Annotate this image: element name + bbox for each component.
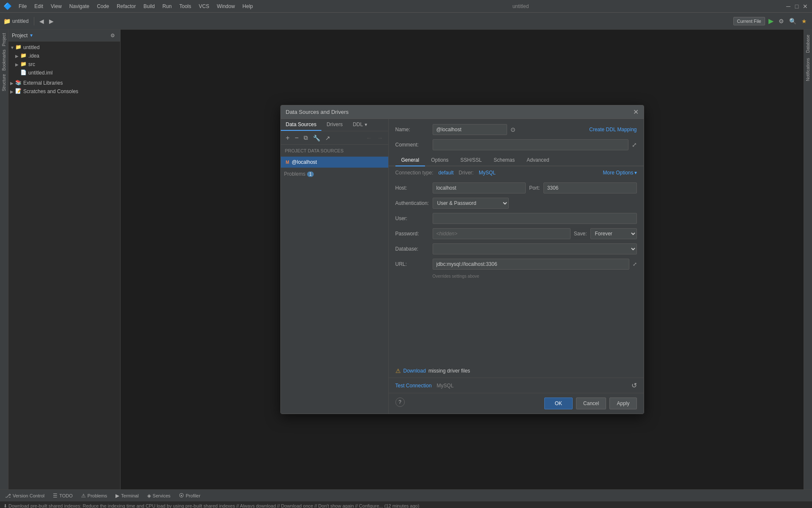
tab-ddl[interactable]: DDL ▼	[348, 119, 373, 131]
tree-idea[interactable]: ▶ 📁 .idea	[14, 52, 120, 60]
menu-window[interactable]: Window	[214, 3, 239, 10]
comment-input[interactable]	[433, 139, 628, 150]
bottom-tab-todo[interactable]: ☰ TODO	[51, 492, 74, 500]
nav-forward-button[interactable]: →	[376, 134, 385, 142]
external-datasource-button[interactable]: ↗	[324, 134, 332, 142]
refresh-button[interactable]: ↺	[631, 381, 637, 389]
menu-code[interactable]: Code	[93, 3, 112, 10]
auth-label: Authentication:	[395, 200, 429, 206]
ok-button[interactable]: OK	[544, 398, 573, 409]
dropdown-icon[interactable]: ▼	[29, 33, 33, 38]
sidebar-bookmarks-label[interactable]: Bookmarks	[1, 48, 7, 72]
menu-refactor[interactable]: Refactor	[113, 3, 139, 10]
tab-datasources[interactable]: Data Sources	[281, 119, 322, 131]
right-tab-database[interactable]: Database	[805, 33, 811, 55]
menu-bar: File Edit View Navigate Code Refactor Bu…	[15, 3, 256, 10]
host-input[interactable]	[433, 182, 526, 193]
driver-value[interactable]: MySQL	[479, 170, 496, 176]
sidebar-project-label[interactable]: Project	[1, 31, 7, 48]
connection-type-value[interactable]: default	[439, 170, 454, 176]
nav-back-button[interactable]: ←	[365, 134, 374, 142]
gear-icon[interactable]: ⚙	[109, 32, 117, 39]
url-input[interactable]	[433, 259, 629, 270]
forward-button[interactable]: ▶	[47, 17, 55, 25]
copy-datasource-button[interactable]: ⧉	[302, 133, 310, 142]
ddl-dropdown-icon[interactable]: ▼	[364, 122, 368, 127]
maximize-button[interactable]: □	[793, 3, 800, 10]
menu-edit[interactable]: Edit	[31, 3, 47, 10]
chevron-icon: ▾	[634, 170, 637, 176]
url-expand-button[interactable]: ⤢	[633, 261, 637, 267]
name-input[interactable]	[433, 124, 507, 135]
menu-file[interactable]: File	[15, 3, 30, 10]
tree-idea-name: .idea	[28, 53, 39, 59]
tab-drivers[interactable]: Drivers	[321, 119, 348, 131]
url-label: URL:	[395, 261, 429, 267]
tree-root[interactable]: ▼ 📁 untitled	[8, 43, 120, 52]
tab-sshssl[interactable]: SSH/SSL	[455, 155, 488, 166]
cancel-button[interactable]: Cancel	[576, 398, 606, 409]
bottom-tab-profiler[interactable]: ⦿ Profiler	[177, 492, 202, 500]
driver-label: Driver:	[459, 170, 474, 176]
tab-schemas[interactable]: Schemas	[488, 155, 521, 166]
menu-run[interactable]: Run	[159, 3, 175, 10]
menu-view[interactable]: View	[47, 3, 65, 10]
run-button[interactable]: ▶	[767, 16, 775, 26]
password-input[interactable]	[433, 228, 571, 239]
left-sidebar: Project Bookmarks Structure	[0, 30, 8, 489]
menu-navigate[interactable]: Navigate	[66, 3, 93, 10]
close-button[interactable]: ✕	[802, 3, 809, 10]
download-link[interactable]: Download	[403, 368, 426, 374]
bottom-tab-terminal[interactable]: ▶ Terminal	[114, 492, 140, 500]
dialog-left-toolbar: + − ⧉ 🔧 ↗ ← →	[281, 131, 388, 145]
tab-advanced[interactable]: Advanced	[521, 155, 555, 166]
tree-iml[interactable]: ▶ 📄 untitled.iml	[14, 69, 120, 77]
tree-scratches[interactable]: ▶ 📝 Scratches and Consoles	[8, 87, 120, 96]
bookmark-button[interactable]: ★	[800, 17, 809, 25]
dialog-right-panel: Name: ⊙ Create DDL Mapping Comment: ⤢	[389, 119, 644, 414]
user-input[interactable]	[433, 213, 637, 224]
sidebar-structure-label[interactable]: Structure	[1, 72, 7, 93]
config-datasource-button[interactable]: 🔧	[311, 134, 322, 142]
menu-tools[interactable]: Tools	[176, 3, 195, 10]
menu-build[interactable]: Build	[140, 3, 158, 10]
menu-help[interactable]: Help	[239, 3, 256, 10]
back-button[interactable]: ◀	[38, 17, 46, 25]
add-datasource-button[interactable]: +	[284, 133, 291, 143]
warning-icon: ⚠	[395, 367, 401, 374]
save-select[interactable]: Forever Until restart Never	[590, 228, 637, 239]
dialog-close-button[interactable]: ✕	[633, 108, 639, 116]
name-expand-button[interactable]: ⊙	[510, 126, 516, 133]
apply-button[interactable]: Apply	[609, 398, 636, 409]
tab-options[interactable]: Options	[425, 155, 454, 166]
port-input[interactable]	[543, 182, 637, 193]
tree-src[interactable]: ▶ 📁 src	[14, 60, 120, 69]
test-connection-link[interactable]: Test Connection	[395, 383, 432, 389]
bottom-tab-services[interactable]: ◈ Services	[145, 492, 172, 500]
comment-expand-button[interactable]: ⤢	[632, 141, 637, 148]
current-file-selector[interactable]: Current File	[733, 17, 765, 25]
more-options-link[interactable]: More Options ▾	[603, 170, 636, 176]
database-select[interactable]	[433, 243, 637, 254]
settings-button[interactable]: ⚙	[777, 17, 786, 25]
remove-datasource-button[interactable]: −	[293, 133, 300, 143]
bottom-tab-version-control[interactable]: ⎇ Version Control	[3, 492, 46, 500]
tree-scratches-name: Scratches and Consoles	[23, 88, 78, 94]
datasource-item-localhost[interactable]: M @localhost	[281, 157, 388, 168]
search-button[interactable]: 🔍	[787, 17, 798, 25]
terminal-icon: ▶	[115, 493, 119, 499]
project-name: untitled	[12, 18, 29, 24]
right-tab-notifications[interactable]: Notifications	[805, 56, 811, 83]
menu-vcs[interactable]: VCS	[195, 3, 213, 10]
main-toolbar: 📁 untitled ◀ ▶ Current File ▶ ⚙ 🔍 ★	[0, 13, 812, 30]
bottom-tab-problems[interactable]: ⚠ Problems	[80, 492, 109, 500]
folder-icon: 📁	[20, 52, 27, 59]
help-button[interactable]: ?	[395, 398, 405, 407]
minimize-button[interactable]: ─	[785, 3, 792, 10]
tree-ext-lib[interactable]: ▶ 📚 External Libraries	[8, 79, 120, 87]
window-controls: ─ □ ✕	[785, 3, 809, 10]
auth-select[interactable]: User & Password No auth LDAP Kerberos	[433, 198, 509, 209]
tab-general[interactable]: General	[395, 155, 425, 166]
create-ddl-link[interactable]: Create DDL Mapping	[589, 127, 636, 133]
project-icon: 📁	[3, 18, 11, 25]
